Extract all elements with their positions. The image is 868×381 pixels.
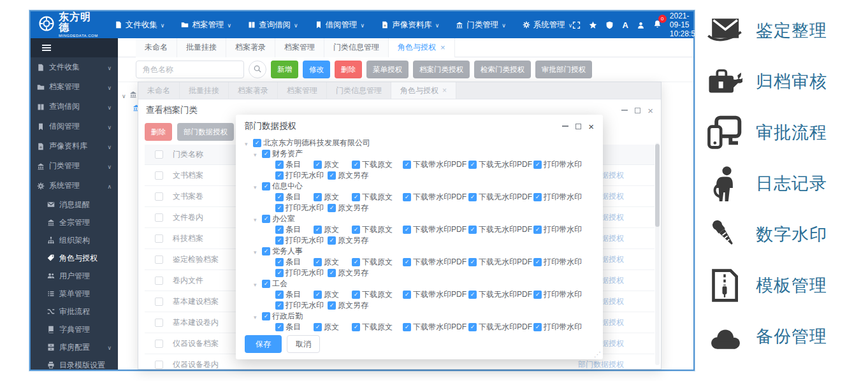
permission-checkbox[interactable] [275,204,284,212]
department-node[interactable]: 行政后勤 [254,311,594,322]
toolbar-button[interactable]: 删除 [145,123,172,141]
company-node[interactable]: 北京东方明德科技发展有限公司 [245,138,594,148]
sidebar-item[interactable]: 借阅管理 [31,117,118,136]
row-checkbox[interactable] [155,255,163,264]
department-node[interactable]: 财务资产 [254,148,594,159]
permission-checkbox[interactable] [328,204,336,212]
permission-checkbox[interactable] [314,258,322,266]
minimize-icon[interactable] [621,110,628,111]
navbar-menu-item[interactable]: 门类管理 [456,20,506,31]
permission-checkbox[interactable] [533,258,542,266]
sidebar-item[interactable]: 消息提醒 [31,196,118,213]
maximize-icon[interactable] [635,108,640,113]
tree-expand-icon[interactable] [254,150,262,159]
permission-checkbox[interactable] [275,291,284,299]
toolbar-button[interactable]: 部门数据授权 [177,123,234,141]
permission-checkbox[interactable] [468,161,477,169]
scrollbar[interactable] [655,143,660,365]
permission-checkbox[interactable] [275,226,284,234]
tab[interactable]: 档案管理 [275,38,324,57]
department-node[interactable]: 信息中心 [254,181,594,192]
close-icon[interactable] [588,122,594,131]
department-node[interactable]: 工会 [254,278,594,289]
sidebar-item[interactable]: 文件收集 [31,57,118,77]
department-node[interactable]: 办公室 [254,213,594,224]
sidebar-item[interactable]: 声像资料库 [31,136,118,156]
permission-checkbox[interactable] [533,226,542,234]
permission-checkbox[interactable] [468,193,477,201]
permission-checkbox[interactable] [468,258,477,266]
sidebar-item[interactable]: 库房配置 [31,338,118,356]
sidebar-item[interactable]: 门类管理 [31,156,118,176]
permission-checkbox[interactable] [352,193,360,201]
shield-icon[interactable] [605,21,614,29]
navbar-menu-item[interactable]: 文件收集 [115,20,165,31]
tree-expand-icon[interactable] [254,247,262,256]
sidebar-item[interactable]: 目录模版设置 [31,356,118,370]
navbar-menu-item[interactable]: 借阅管理 [315,20,365,31]
permission-checkbox[interactable] [328,301,336,310]
close-icon[interactable] [647,106,653,115]
navbar-menu-item[interactable]: 查询借阅 [248,20,298,31]
permission-checkbox[interactable] [275,301,284,310]
tab[interactable]: 未命名 [136,38,177,57]
permission-checkbox[interactable] [533,193,542,201]
row-checkbox[interactable] [155,192,163,201]
star-icon[interactable] [589,21,597,29]
row-checkbox[interactable] [155,234,163,243]
permission-checkbox[interactable] [275,193,284,201]
sidebar-item[interactable]: 菜单管理 [31,285,118,303]
resize-handle-icon[interactable] [594,350,601,359]
permission-checkbox[interactable] [468,323,477,331]
permission-checkbox[interactable] [403,161,411,169]
toolbar-button[interactable]: 新增 [271,61,298,78]
toolbar-button[interactable]: 审批部门授权 [535,61,592,78]
department-checkbox[interactable] [262,182,270,190]
row-checkbox[interactable] [155,213,163,222]
permission-checkbox[interactable] [314,323,322,331]
font-size-toggle[interactable]: A [622,20,628,30]
permission-checkbox[interactable] [275,236,284,245]
toolbar-button[interactable]: 修改 [303,61,330,78]
department-checkbox[interactable] [262,280,270,288]
tree-expand-icon[interactable] [254,182,262,191]
permission-checkbox[interactable] [328,269,336,277]
sidebar-item[interactable]: 全宗管理 [31,213,118,231]
tree-expand-icon[interactable] [254,312,262,321]
permission-checkbox[interactable] [352,291,360,299]
row-checkbox[interactable] [155,319,163,327]
tree-expand-icon[interactable] [254,280,262,289]
row-checkbox[interactable] [155,361,163,369]
permission-checkbox[interactable] [403,226,411,234]
permission-checkbox[interactable] [275,269,284,277]
permission-checkbox[interactable] [533,323,542,331]
permission-checkbox[interactable] [403,258,411,266]
user-icon[interactable] [637,21,645,29]
permission-checkbox[interactable] [352,226,360,234]
permission-checkbox[interactable] [275,171,284,180]
permission-checkbox[interactable] [314,291,322,299]
sidebar-item[interactable]: 系统管理 [31,176,118,196]
department-checkbox[interactable] [262,312,270,320]
toolbar-button[interactable]: 档案门类授权 [413,61,470,78]
permission-checkbox[interactable] [533,291,542,299]
permission-checkbox[interactable] [352,161,360,169]
department-checkbox[interactable] [262,247,270,255]
sidebar-item[interactable]: 用户管理 [31,267,118,285]
permission-checkbox[interactable] [328,236,336,245]
tab[interactable]: 档案著录 [226,38,275,57]
scrollbar-thumb[interactable] [655,144,660,227]
sidebar-item[interactable]: 字典管理 [31,320,118,338]
bell-icon[interactable]: 0 [653,19,662,31]
sidebar-collapse-button[interactable] [31,38,118,57]
permission-checkbox[interactable] [352,258,360,266]
permission-checkbox[interactable] [468,226,477,234]
role-name-input[interactable] [136,61,244,78]
maximize-icon[interactable] [575,124,581,129]
save-button[interactable]: 保存 [245,335,282,353]
permission-checkbox[interactable] [275,323,284,331]
tree-expand-icon[interactable] [254,215,262,224]
toolbar-button[interactable]: 删除 [335,61,362,78]
toolbar-button[interactable]: 检索门类授权 [474,61,531,78]
sidebar-item[interactable]: 档案管理 [31,77,118,97]
